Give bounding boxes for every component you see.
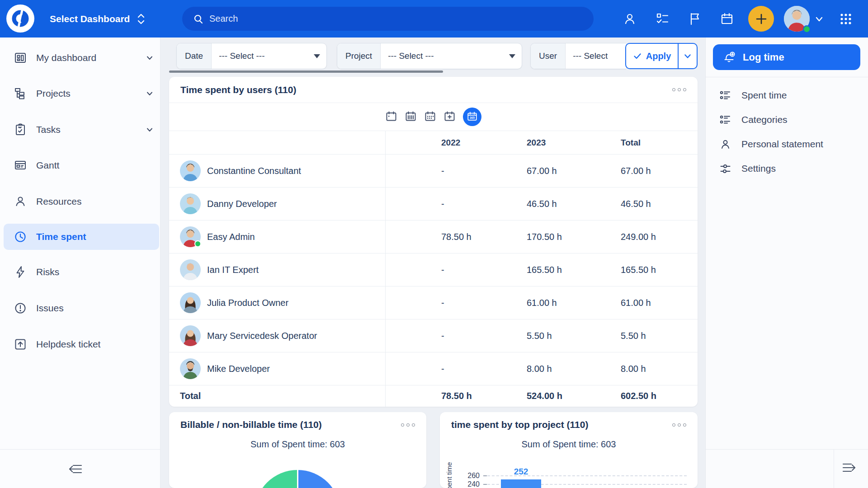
sidebar-item-projects[interactable]: Projects: [4, 80, 159, 107]
unfold-icon: [136, 13, 146, 25]
avatar: [180, 358, 201, 379]
collapse-right-icon[interactable]: [841, 461, 857, 474]
sidebar-item-label: Helpdesk ticket: [36, 339, 100, 350]
svg-text:365: 365: [470, 116, 475, 119]
user-link[interactable]: Ian IT Expert: [207, 253, 259, 286]
apply-button[interactable]: Apply: [626, 44, 679, 68]
filter-date-select[interactable]: --- Select ---: [212, 43, 326, 69]
cell-2023: 170.50 h: [527, 221, 562, 253]
cell-2022: -: [441, 155, 444, 188]
caret-down-icon: [314, 54, 320, 58]
filter-date-value: --- Select ---: [219, 51, 264, 61]
add-button[interactable]: [748, 6, 774, 32]
kebab-menu-icon[interactable]: [672, 88, 686, 91]
apps-grid-icon[interactable]: [836, 0, 856, 38]
chevron-down-icon[interactable]: [146, 54, 154, 62]
sidebar-item-label: Tasks: [36, 124, 61, 135]
kebab-menu-icon[interactable]: [672, 423, 686, 427]
filter-user-label: User: [531, 43, 566, 69]
filter-user: User --- Select: [530, 43, 626, 69]
online-status-dot: [194, 240, 201, 247]
pie-slice-divider: [297, 470, 298, 488]
divider: [834, 450, 834, 488]
app-logo[interactable]: [6, 5, 34, 33]
total-2023: 524.00 h: [527, 385, 562, 407]
chevron-down-icon[interactable]: [811, 0, 827, 38]
column-header-2023[interactable]: 2023: [527, 131, 546, 155]
collapse-left-icon[interactable]: [68, 463, 83, 475]
tick-mark: [483, 475, 487, 476]
online-status-dot: [803, 25, 811, 33]
time-spent-by-users-card: Time spent by users (110): [169, 77, 698, 407]
sidebar-item-time-spent[interactable]: Time spent: [4, 224, 159, 250]
sidebar-item-resources[interactable]: Resources: [4, 188, 159, 215]
sidebar-item-risks[interactable]: Risks: [4, 259, 159, 285]
cell-total: 165.50 h: [621, 253, 656, 286]
cell-2022: -: [441, 253, 444, 286]
rightbar-item-label: Personal statement: [741, 139, 823, 150]
log-time-button[interactable]: Log time: [713, 44, 860, 70]
caret-down-icon: [509, 54, 515, 58]
filter-user-select[interactable]: --- Select: [566, 43, 626, 69]
sidebar-item-my-dashboard[interactable]: My dashboard: [4, 45, 159, 71]
dashboard-selector[interactable]: Select Dashboard: [50, 0, 146, 38]
filter-date-label: Date: [177, 43, 212, 69]
user-link[interactable]: Mary Servicedesk Operator: [207, 319, 317, 352]
dashboard-icon: [14, 51, 27, 65]
user-link[interactable]: Julia Product Owner: [207, 286, 288, 319]
horizontal-scrollbar[interactable]: [169, 70, 443, 73]
logo-glyph: [10, 8, 31, 29]
user-link[interactable]: Danny Developer: [207, 188, 277, 221]
sidebar-footer: [0, 449, 160, 488]
user-link[interactable]: Constantine Consultant: [207, 155, 301, 188]
rightbar-item-categories[interactable]: Categories: [706, 108, 868, 132]
sidebar-item-helpdesk-ticket[interactable]: Helpdesk ticket: [4, 331, 159, 357]
alert-icon: [14, 301, 27, 315]
cell-2023: 61.00 h: [527, 286, 557, 319]
calendar-month-icon[interactable]: [424, 111, 436, 123]
list-icon: [719, 114, 731, 126]
cell-total: 8.00 h: [621, 352, 646, 385]
user-link[interactable]: Easy Admin: [207, 221, 255, 253]
apply-dropdown-button[interactable]: [679, 44, 697, 68]
sidebar-item-label: Risks: [36, 267, 59, 277]
sidebar-item-issues[interactable]: Issues: [4, 295, 159, 321]
cell-2022: -: [441, 352, 444, 385]
person-icon: [14, 195, 27, 208]
chevron-down-icon[interactable]: [146, 126, 154, 134]
chart-subtitle: Sum of Spent time: 603: [440, 439, 698, 450]
checklist-icon[interactable]: [652, 0, 672, 38]
list-icon: [719, 89, 731, 102]
projects-icon: [14, 87, 27, 100]
rightbar-item-settings[interactable]: Settings: [706, 156, 868, 181]
rightbar-item-personal-statement[interactable]: Personal statement: [706, 132, 868, 156]
sidebar-item-gantt[interactable]: Gantt: [4, 152, 159, 178]
kebab-menu-icon[interactable]: [401, 423, 415, 427]
calendar-year-365-icon[interactable]: 365: [463, 108, 481, 126]
column-header-2022[interactable]: 2022: [441, 131, 460, 155]
period-selector: 365: [169, 103, 698, 131]
table-row: Easy Admin 78.50 h 170.50 h 249.00 h: [169, 221, 698, 253]
sidebar-item-tasks[interactable]: Tasks: [4, 117, 159, 143]
user-icon[interactable]: [620, 0, 640, 38]
bar-project[interactable]: [501, 479, 541, 488]
chevron-down-icon[interactable]: [146, 89, 154, 98]
calendar-plus-icon[interactable]: [443, 111, 456, 123]
filter-project-select[interactable]: --- Select ---: [381, 43, 522, 69]
cell-2023: 46.50 h: [527, 188, 557, 221]
search-bar[interactable]: [182, 7, 594, 31]
flag-icon[interactable]: [685, 0, 705, 38]
rightbar-item-spent-time[interactable]: Spent time: [706, 83, 868, 108]
calendar-icon[interactable]: [717, 0, 737, 38]
log-time-label: Log time: [743, 52, 784, 63]
user-link[interactable]: Mike Developer: [207, 352, 270, 385]
calendar-week-icon[interactable]: [405, 111, 417, 123]
calendar-day-icon[interactable]: [385, 111, 397, 123]
avatar: [180, 325, 201, 346]
rightbar-item-label: Categories: [741, 114, 788, 125]
avatar: [180, 259, 201, 280]
table-row: Julia Product Owner - 61.00 h 61.00 h: [169, 286, 698, 319]
search-input[interactable]: [209, 14, 553, 24]
column-header-total[interactable]: Total: [621, 131, 641, 155]
cell-2022: -: [441, 286, 444, 319]
